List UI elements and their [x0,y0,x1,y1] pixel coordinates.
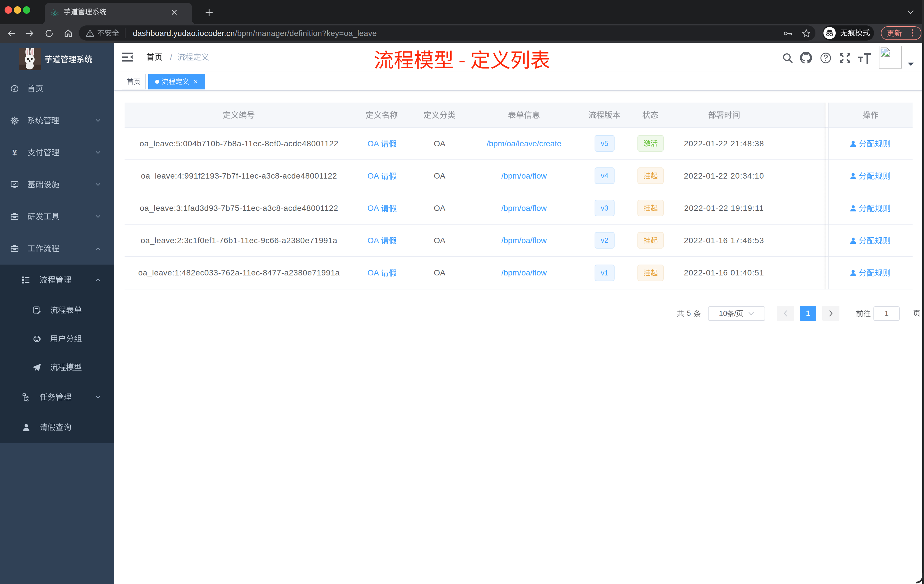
svg-text:¥: ¥ [12,148,17,157]
